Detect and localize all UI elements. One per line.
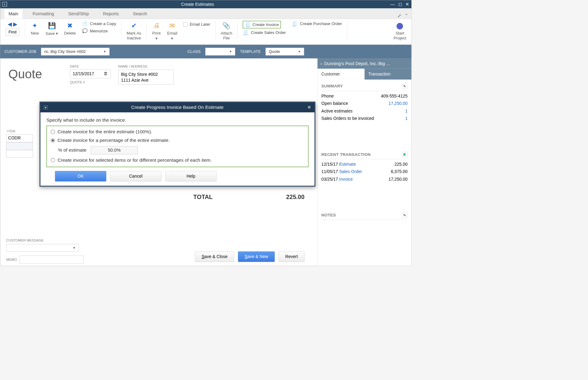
- system-menu-icon[interactable]: ▾: [2, 2, 7, 6]
- help-button[interactable]: Help: [165, 171, 217, 181]
- collapse-ribbon-icon[interactable]: ˄: [405, 13, 408, 19]
- sales-orders-to-invoice-value[interactable]: 1: [405, 116, 407, 121]
- tab-reports[interactable]: Reports: [99, 9, 123, 19]
- close-icon[interactable]: ✕: [405, 2, 409, 7]
- tab-formatting[interactable]: Formatting: [28, 9, 58, 19]
- recent-report-icon[interactable]: 🗎: [402, 152, 407, 157]
- side-panel-header[interactable]: › Dunning's Pool Depot, Inc.:Big ...: [318, 58, 411, 69]
- side-tab-customer[interactable]: Customer: [318, 69, 365, 80]
- memorize-button[interactable]: 💭 Memorize: [82, 28, 108, 34]
- option-entire-label: Create invoice for the entire estimate (…: [57, 129, 152, 135]
- app-window: ▾ Create Estimates — ◻ ✕ Main Formatting…: [0, 0, 412, 266]
- save-label: Save ▾: [46, 31, 58, 36]
- new-icon[interactable]: ✦: [30, 21, 40, 30]
- side-panel-title: Dunning's Pool Depot, Inc.:Big ...: [324, 61, 390, 66]
- email-label: Email▾: [167, 31, 177, 41]
- tab-search[interactable]: Search: [129, 9, 152, 19]
- create-copy-label: Create a Copy: [90, 21, 116, 26]
- customer-job-label: CUSTOMER:JOB: [5, 49, 36, 54]
- phone-label: Phone: [321, 94, 334, 98]
- revert-button[interactable]: Revert: [279, 252, 305, 262]
- customer-message-dropdown[interactable]: ▼: [6, 244, 79, 252]
- create-sales-order-button[interactable]: 🧾 Create Sales Order: [243, 30, 286, 36]
- tab-main[interactable]: Main: [4, 9, 23, 19]
- mark-inactive-icon[interactable]: ✔: [129, 21, 139, 30]
- delete-label: Delete: [64, 31, 76, 36]
- create-copy-button[interactable]: 📄 Create a Copy: [82, 21, 116, 27]
- memo-input[interactable]: [20, 256, 84, 264]
- create-invoice-label: Create Invoice: [253, 22, 279, 27]
- edit-notes-icon[interactable]: ✎: [402, 212, 407, 218]
- attach-file-label: AttachFile: [221, 31, 232, 41]
- memorize-icon: 💭: [82, 28, 88, 34]
- chevron-down-icon: ▼: [103, 50, 106, 53]
- prev-arrow-icon[interactable]: ◀: [8, 21, 12, 28]
- find-button[interactable]: Find: [5, 28, 20, 36]
- option-entire-estimate[interactable]: Create invoice for the entire estimate (…: [51, 129, 304, 135]
- notes-title: NOTES: [321, 213, 336, 218]
- chevron-down-icon: ▼: [298, 50, 301, 53]
- class-label: CLASS: [188, 49, 201, 54]
- calendar-icon[interactable]: 🗓: [104, 72, 108, 76]
- template-label: TEMPLATE: [240, 49, 261, 54]
- radio-icon: [51, 158, 55, 162]
- name-address-label: NAME / ADDRESS: [118, 65, 174, 68]
- phone-value: 409-555-4125: [381, 94, 407, 98]
- progress-invoice-dialog: ▾ Create Progress Invoice Based On Estim…: [40, 102, 316, 187]
- option-selected-items[interactable]: Create invoice for selected items or for…: [51, 157, 304, 163]
- customer-job-dropdown[interactable]: nc.:Big City Store #002 ▼: [41, 48, 109, 55]
- date-value: 12/15/2017: [73, 72, 94, 76]
- item-cell[interactable]: CODR: [6, 135, 33, 142]
- email-icon[interactable]: ✉: [167, 21, 177, 30]
- ribbon-tabs: Main Formatting Send/Ship Reports Search…: [0, 8, 411, 19]
- minimize-icon[interactable]: —: [390, 2, 395, 7]
- recent-row[interactable]: 11/05/17 Sales Order 6,375.00: [321, 169, 407, 174]
- email-later-checkbox[interactable]: Email Later: [183, 22, 210, 27]
- open-balance-value[interactable]: 17,250.00: [389, 101, 407, 106]
- expand-icon[interactable]: ⤢: [397, 13, 401, 19]
- invoice-options-group: Create invoice for the entire estimate (…: [46, 126, 309, 167]
- title-bar: ▾ Create Estimates — ◻ ✕: [0, 0, 411, 9]
- next-arrow-icon[interactable]: ▶: [13, 21, 17, 28]
- save-close-button[interactable]: Save & Close: [195, 252, 234, 262]
- date-input[interactable]: 12/15/2017 🗓: [70, 70, 111, 79]
- create-purchase-order-button[interactable]: 🧾 Create Purchase Order: [292, 21, 342, 27]
- side-tab-transaction[interactable]: Transaction: [364, 69, 411, 80]
- percent-input[interactable]: 50.0%: [91, 146, 138, 154]
- memorize-label: Memorize: [90, 29, 108, 33]
- checkbox-icon: [183, 22, 188, 27]
- template-dropdown[interactable]: Quote ▼: [265, 48, 304, 55]
- name-address-value: Big City Store #002 1111 Azar Ave: [121, 72, 158, 83]
- name-address-input[interactable]: Big City Store #002 1111 Azar Ave: [118, 70, 174, 85]
- edit-summary-icon[interactable]: ✎: [402, 83, 407, 89]
- save-icon[interactable]: 💾: [47, 21, 57, 30]
- save-new-button[interactable]: Save & New: [238, 252, 275, 262]
- sales-order-icon: 🧾: [243, 30, 249, 36]
- customer-job-value: nc.:Big City Store #002: [44, 49, 86, 54]
- active-estimates-value[interactable]: 1: [405, 109, 407, 113]
- open-balance-label: Open balance: [321, 101, 348, 106]
- start-project-icon[interactable]: ⬤: [395, 21, 405, 30]
- tab-send-ship[interactable]: Send/Ship: [64, 9, 93, 19]
- chevron-down-icon: ▼: [73, 246, 76, 249]
- item-cell-empty[interactable]: [6, 150, 33, 158]
- ok-button[interactable]: OK: [55, 171, 106, 181]
- print-icon[interactable]: 🖨: [152, 21, 161, 30]
- purchase-order-icon: 🧾: [292, 21, 298, 27]
- date-label: DATE: [70, 65, 111, 68]
- recent-row[interactable]: 12/15/17 Estimate 225.00: [321, 162, 407, 167]
- attach-file-icon[interactable]: 📎: [222, 21, 231, 30]
- dialog-system-icon[interactable]: ▾: [44, 105, 48, 109]
- item-cell-empty[interactable]: [6, 142, 33, 150]
- class-dropdown[interactable]: ▼: [205, 48, 235, 55]
- cancel-button[interactable]: Cancel: [110, 171, 162, 181]
- customer-side-panel: › Dunning's Pool Depot, Inc.:Big ... Cus…: [317, 58, 411, 266]
- create-invoice-button[interactable]: 🧾 Create Invoice: [243, 21, 281, 28]
- recent-row[interactable]: 03/25/17 Invoice 17,250.00: [321, 177, 407, 182]
- start-project-label: StartProject: [394, 31, 406, 41]
- customer-message-label: CUSTOMER MESSAGE: [6, 238, 83, 242]
- dialog-close-icon[interactable]: ✕: [307, 105, 311, 110]
- option-percentage[interactable]: Create invoice for a percentage of the e…: [51, 138, 304, 143]
- delete-icon[interactable]: ✖: [65, 21, 75, 30]
- maximize-icon[interactable]: ◻: [398, 2, 402, 7]
